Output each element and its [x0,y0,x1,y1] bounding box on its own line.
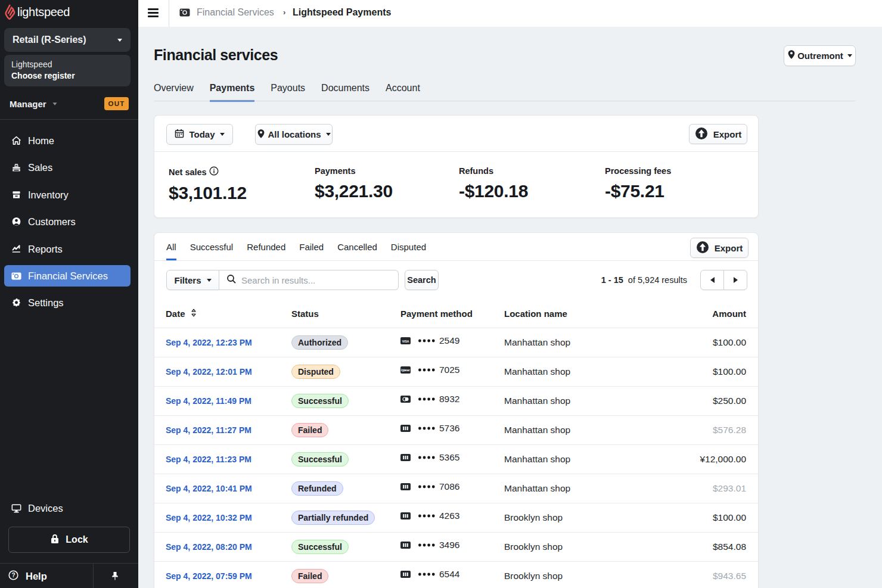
svg-text:VISA: VISA [402,340,409,343]
svg-text:?: ? [11,572,15,578]
